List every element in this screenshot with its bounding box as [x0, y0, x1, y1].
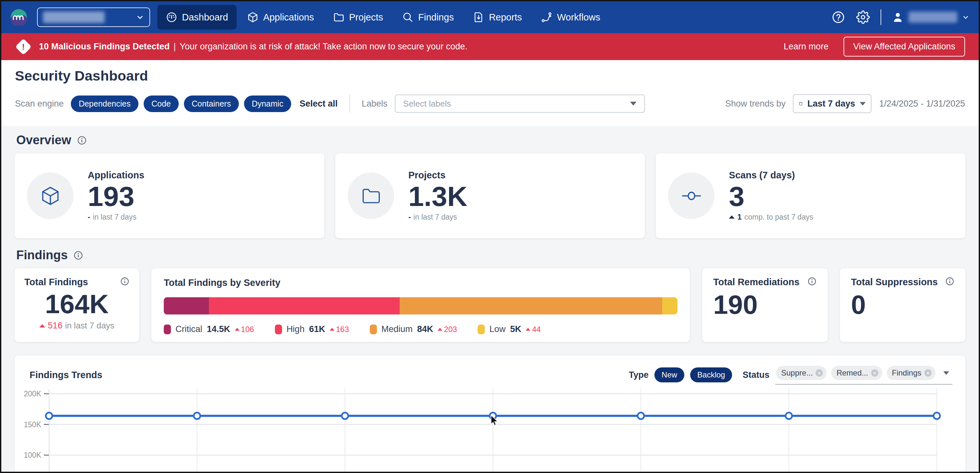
help-icon: [832, 10, 845, 24]
labels-placeholder: Select labels: [403, 99, 451, 109]
legend-label: High: [286, 324, 305, 334]
stat-value: 3: [729, 181, 813, 212]
severity-segment-low[interactable]: [662, 297, 678, 314]
overview-section-head: Overview: [16, 133, 964, 147]
select-all-link[interactable]: Select all: [299, 99, 337, 109]
navbar-divider: [881, 10, 881, 25]
chip-remove-icon[interactable]: ✕: [924, 369, 932, 376]
scan-engine-pill-dynamic[interactable]: Dynamic: [244, 95, 291, 112]
delta-value: 516: [48, 321, 62, 331]
delta-up-icon: [438, 328, 442, 331]
overview-info-icon[interactable]: [77, 135, 87, 145]
nav-tab-dashboard[interactable]: Dashboard: [157, 5, 237, 30]
applications-icon-circle: [27, 173, 73, 219]
total-findings-delta: 516 in last 7 days: [24, 321, 129, 331]
top-navbar: Dashboard Applications Projects: [1, 1, 979, 33]
nav-tab-label: Reports: [489, 12, 522, 23]
learn-more-link[interactable]: Learn more: [784, 41, 829, 52]
severity-segment-critical[interactable]: [164, 297, 209, 314]
svg-text:100K: 100K: [24, 451, 41, 459]
findings-trends-card: Findings Trends Type New Backlog Status …: [14, 355, 966, 473]
nav-tab-label: Findings: [418, 12, 454, 23]
severity-legend: Critical 14.5K 106 High 61K 163 Medium 8…: [164, 324, 678, 334]
severity-segment-high[interactable]: [209, 297, 400, 314]
mouse-cursor: [490, 414, 501, 427]
delta-up-icon: [39, 324, 45, 327]
type-pill-backlog[interactable]: Backlog: [690, 367, 732, 383]
chip-label: Findings: [892, 368, 921, 378]
severity-segment-medium[interactable]: [400, 297, 662, 314]
stat-label: Applications: [88, 170, 144, 181]
legend-swatch: [370, 325, 377, 334]
card-title: Total Findings by Severity: [164, 278, 280, 288]
nav-tab-label: Applications: [263, 12, 314, 23]
stat-value: 193: [88, 181, 144, 212]
stat-sub-dash: -: [88, 213, 90, 222]
status-chip-findings[interactable]: Findings ✕: [887, 366, 935, 380]
chip-remove-icon[interactable]: ✕: [816, 369, 823, 376]
calendar-icon: [799, 99, 803, 108]
total-suppressions-card[interactable]: Total Suppressions 0: [840, 268, 966, 342]
remediations-info-icon[interactable]: [807, 277, 816, 286]
total-findings-value: 164K: [24, 290, 129, 318]
nav-tab-applications[interactable]: Applications: [239, 5, 322, 30]
user-menu[interactable]: [892, 11, 970, 24]
status-chip-remediated[interactable]: Remed... ✕: [831, 366, 882, 380]
org-selector[interactable]: [37, 8, 150, 27]
legend-swatch: [478, 325, 485, 334]
labels-select[interactable]: Select labels: [395, 95, 645, 113]
help-button[interactable]: [831, 10, 845, 24]
status-multiselect[interactable]: Suppre... ✕ Remed... ✕ Findings ✕: [775, 365, 952, 385]
suppressions-info-icon[interactable]: [945, 277, 955, 286]
mend-logo[interactable]: [10, 9, 27, 25]
scan-engine-pill-dependencies[interactable]: Dependencies: [71, 95, 138, 112]
status-chip-suppressed[interactable]: Suppre... ✕: [776, 366, 827, 380]
findings-search-icon: [402, 11, 414, 23]
findings-info-icon[interactable]: [73, 251, 83, 260]
legend-swatch: [164, 325, 171, 334]
overview-title: Overview: [16, 133, 71, 147]
nav-tab-findings[interactable]: Findings: [393, 5, 462, 30]
projects-stat-card[interactable]: Projects 1.3K - in last 7 days: [335, 153, 645, 238]
trends-title: Findings Trends: [30, 370, 102, 380]
stat-sub-text: comp. to past 7 days: [745, 213, 813, 222]
total-remediations-card[interactable]: Total Remediations 190: [702, 268, 828, 342]
settings-button[interactable]: [856, 10, 870, 24]
findings-title: Findings: [16, 248, 68, 262]
legend-item-medium: Medium 84K 203: [370, 324, 457, 334]
view-affected-applications-button[interactable]: View Affected Applications: [843, 37, 965, 57]
scan-engine-pill-code[interactable]: Code: [144, 95, 179, 112]
filters-divider: [349, 95, 350, 113]
delta-up-icon: [235, 328, 239, 331]
type-pill-new[interactable]: New: [654, 367, 684, 383]
show-trends-label: Show trends by: [725, 99, 786, 109]
main-nav: Dashboard Applications Projects: [157, 5, 609, 30]
scans-stat-card[interactable]: Scans (7 days) 3 1 comp. to past 7 days: [655, 153, 966, 238]
stat-sub: - in last 7 days: [88, 213, 144, 222]
total-findings-card[interactable]: Total Findings 164K 516 in last 7 days: [14, 268, 139, 342]
date-range: 1/24/2025 - 1/31/2025: [879, 99, 965, 109]
main-content: Overview Applications 193 - in last 7 da…: [1, 133, 979, 473]
alert-diamond-icon: !: [15, 38, 32, 55]
page-title: Security Dashboard: [15, 68, 965, 84]
applications-icon: [247, 11, 259, 23]
legend-value: 61K: [309, 324, 325, 334]
severity-card: Total Findings by Severity Critical 14.5…: [151, 268, 690, 342]
chip-label: Suppre...: [781, 368, 813, 378]
nav-tab-reports[interactable]: Reports: [465, 5, 531, 30]
trend-period-select[interactable]: Last 7 days: [793, 94, 872, 113]
chip-remove-icon[interactable]: ✕: [871, 369, 878, 376]
total-findings-info-icon[interactable]: [120, 277, 129, 286]
nav-tab-projects[interactable]: Projects: [324, 5, 391, 30]
legend-delta: 44: [526, 325, 541, 334]
navbar-right: [831, 10, 970, 25]
delta-up-icon: [526, 328, 530, 331]
nav-tab-workflows[interactable]: Workflows: [532, 5, 609, 30]
scan-engine-pill-containers[interactable]: Containers: [184, 95, 239, 112]
delta-up-icon: [330, 328, 334, 331]
applications-stat-card[interactable]: Applications 193 - in last 7 days: [14, 153, 325, 238]
workflows-icon: [541, 11, 552, 23]
labels-label: Labels: [362, 99, 388, 109]
legend-value: 84K: [417, 324, 433, 334]
chip-label: Remed...: [836, 368, 868, 378]
